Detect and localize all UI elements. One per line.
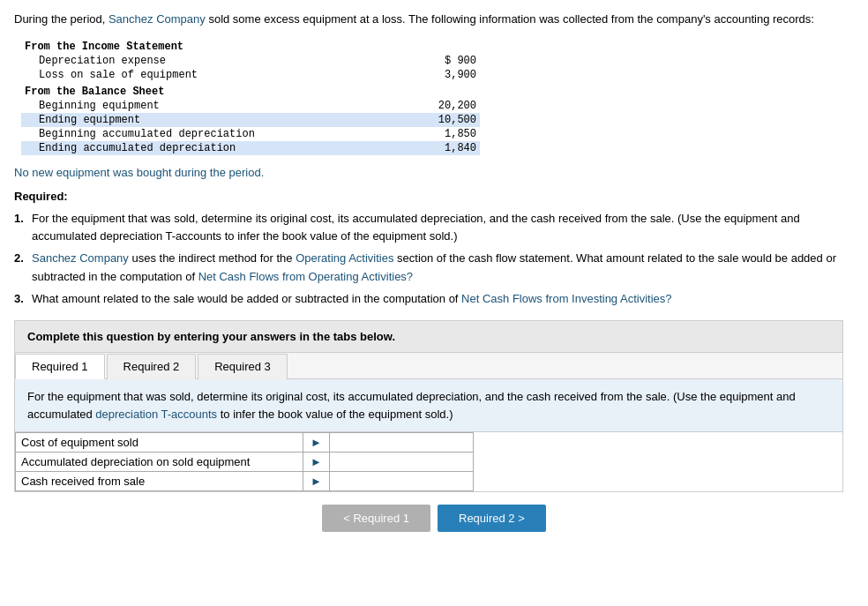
tabs-container: Required 1 Required 2 Required 3 For the…	[14, 353, 843, 492]
accum-dep-input[interactable]	[330, 453, 473, 471]
intro-paragraph: During the period, Sanchez Company sold …	[14, 11, 854, 28]
depreciation-expense-label: Depreciation expense	[21, 54, 385, 68]
loss-on-sale-label: Loss on sale of equipment	[21, 68, 385, 82]
income-statement-header: From the Income Statement	[21, 37, 385, 54]
tab-required-1[interactable]: Required 1	[15, 354, 105, 379]
prev-button[interactable]: < Required 1	[322, 505, 430, 532]
tab-content-text: For the equipment that was sold, determi…	[15, 379, 842, 432]
cash-received-label: Cash received from sale	[16, 472, 303, 491]
complete-box-text: Complete this question by entering your …	[27, 330, 395, 343]
input-table: Cost of equipment sold ► Accumulated dep…	[15, 432, 474, 491]
table-row: Accumulated depreciation on sold equipme…	[16, 453, 474, 472]
bottom-nav: < Required 1 Required 2 >	[14, 505, 854, 541]
ending-accum-dep-label: Ending accumulated depreciation	[21, 141, 385, 155]
required-item-3: 3. What amount related to the sale would…	[14, 290, 854, 309]
required-label: Required:	[14, 190, 854, 203]
depreciation-expense-value: $ 900	[385, 54, 480, 68]
required-list: 1. For the equipment that was sold, dete…	[14, 210, 854, 309]
ending-equipment-value: 10,500	[385, 113, 480, 127]
cost-input-cell	[330, 433, 474, 453]
beginning-accum-dep-value: 1,850	[385, 127, 480, 141]
next-button[interactable]: Required 2 >	[438, 505, 546, 532]
accum-dep-label: Accumulated depreciation on sold equipme…	[16, 453, 303, 472]
tab-required-3[interactable]: Required 3	[198, 354, 288, 379]
table-row: Cost of equipment sold ►	[16, 433, 474, 453]
cost-label: Cost of equipment sold	[16, 433, 303, 453]
tabs-row: Required 1 Required 2 Required 3	[15, 353, 842, 379]
beginning-equipment-label: Beginning equipment	[21, 99, 385, 113]
arrow-icon-2: ►	[303, 453, 329, 472]
cost-input[interactable]	[330, 433, 473, 452]
complete-box: Complete this question by entering your …	[14, 320, 843, 353]
no-equipment-text: No new equipment was bought during the p…	[14, 166, 854, 179]
data-table: From the Income Statement Depreciation e…	[21, 37, 480, 155]
cash-received-input-cell	[330, 472, 474, 491]
beginning-accum-dep-label: Beginning accumulated depreciation	[21, 127, 385, 141]
table-row: Cash received from sale ►	[16, 472, 474, 491]
loss-on-sale-value: 3,900	[385, 68, 480, 82]
accum-dep-input-cell	[330, 453, 474, 472]
ending-equipment-label: Ending equipment	[21, 113, 385, 127]
arrow-icon-1: ►	[303, 433, 329, 453]
required-item-2: 2. Sanchez Company uses the indirect met…	[14, 250, 854, 287]
ending-accum-dep-value: 1,840	[385, 141, 480, 155]
arrow-icon-3: ►	[303, 472, 329, 491]
beginning-equipment-value: 20,200	[385, 99, 480, 113]
cash-received-input[interactable]	[330, 472, 473, 490]
required-item-1: 1. For the equipment that was sold, dete…	[14, 210, 854, 247]
tab-required-2[interactable]: Required 2	[107, 354, 197, 379]
balance-sheet-header: From the Balance Sheet	[21, 82, 385, 99]
